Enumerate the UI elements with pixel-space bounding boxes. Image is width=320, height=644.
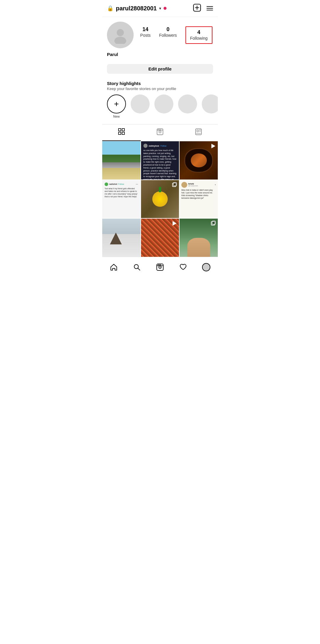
posts-label: Posts (140, 33, 151, 38)
post-5-multi-badge (172, 182, 177, 188)
svg-rect-5 (119, 129, 121, 131)
new-highlight-circle: + (107, 94, 126, 113)
edit-profile-button[interactable]: Edit profile (107, 64, 213, 74)
svg-point-4 (114, 37, 126, 44)
content-tabs (102, 124, 218, 141)
following-count: 4 (190, 29, 208, 36)
post-6-header: hrishi @ruudyroon ▾ (181, 182, 216, 188)
post-2-avatar (143, 144, 148, 148)
followers-count: 0 (159, 26, 177, 33)
post-1[interactable] (102, 141, 140, 180)
tab-reels[interactable] (141, 124, 179, 141)
menu-button[interactable] (207, 6, 213, 10)
tab-tagged[interactable] (179, 124, 218, 141)
add-post-button[interactable] (193, 4, 201, 13)
svg-point-17 (197, 130, 199, 132)
followers-label: Followers (159, 33, 177, 38)
svg-rect-16 (196, 129, 201, 135)
nav-profile[interactable] (200, 261, 213, 274)
svg-line-28 (138, 268, 140, 270)
post-4-username: radishnt (109, 183, 117, 185)
post-6-avatar (181, 182, 187, 188)
following-stat[interactable]: 4 Following (185, 26, 212, 44)
highlight-2[interactable] (154, 94, 173, 113)
svg-rect-8 (122, 132, 124, 134)
post-3-reel-badge (210, 143, 216, 150)
post-3[interactable] (180, 141, 218, 180)
highlights-subtitle: Keep your favorite stories on your profi… (107, 86, 213, 91)
posts-stat[interactable]: 14 Posts (140, 26, 151, 44)
post-4-follow: Follow (118, 183, 124, 185)
post-2-content: no one tells you how much of life takes … (143, 149, 177, 180)
post-6-username: hrishi (188, 183, 198, 185)
post-9[interactable] (180, 219, 218, 257)
following-label: Following (190, 36, 208, 41)
svg-point-3 (117, 29, 124, 36)
svg-marker-24 (173, 221, 177, 226)
highlight-4[interactable] (202, 94, 218, 113)
notification-dot (164, 7, 167, 10)
profile-display-name: Parul (107, 52, 213, 57)
video-reels-icon (156, 263, 164, 271)
post-4-content: "but what if my friend gets offended and… (105, 187, 138, 198)
highlights-row: + New (107, 94, 213, 118)
followers-stat[interactable]: 0 Followers (159, 26, 177, 44)
post-4-header: radishnt Follow ••• (105, 182, 138, 186)
post-2-header: owlmylove Follow (143, 144, 177, 148)
highlights-title: Story highlights (107, 81, 213, 86)
post-8-reel-badge (171, 220, 177, 228)
post-5[interactable] (141, 180, 179, 218)
profile-stats: 14 Posts 0 Followers 4 Following (140, 26, 213, 44)
grid-icon (118, 128, 125, 137)
chevron-down-icon[interactable]: ▾ (159, 6, 161, 11)
svg-rect-6 (122, 129, 124, 131)
svg-point-31 (160, 267, 161, 268)
highlights-section: Story highlights Keep your favorite stor… (102, 77, 218, 122)
post-8[interactable] (141, 219, 179, 257)
highlight-circle-4 (202, 94, 218, 113)
post-2-username: owlmylove (149, 145, 159, 147)
header-right (193, 4, 213, 13)
post-4[interactable]: radishnt Follow ••• "but what if my frie… (102, 180, 140, 218)
profile-section: 14 Posts 0 Followers 4 Following Parul (102, 17, 218, 60)
svg-marker-21 (211, 144, 215, 148)
home-icon (110, 263, 118, 271)
svg-point-11 (160, 132, 161, 132)
profile-top: 14 Posts 0 Followers 4 Following (107, 22, 213, 48)
post-2[interactable]: owlmylove Follow no one tells you how mu… (141, 141, 179, 180)
tab-grid[interactable] (102, 124, 141, 141)
search-icon (133, 263, 141, 271)
post-9-multi-badge (211, 220, 216, 227)
new-highlight-button[interactable]: + New (107, 94, 126, 118)
reels-icon (156, 128, 164, 137)
highlight-circle-3 (178, 94, 197, 113)
post-7[interactable] (102, 219, 140, 257)
highlight-circle-1 (131, 94, 150, 113)
svg-rect-23 (173, 182, 177, 186)
highlight-circle-2 (154, 94, 173, 113)
posts-grid: owlmylove Follow no one tells you how mu… (102, 141, 218, 257)
nav-likes[interactable] (177, 261, 190, 274)
profile-nav-circle (202, 263, 210, 271)
nav-search[interactable] (130, 261, 143, 274)
heart-icon (179, 263, 187, 271)
username-display[interactable]: parul28082001 (116, 5, 157, 12)
svg-rect-7 (119, 132, 121, 134)
post-6-chevron: ▾ (215, 184, 216, 186)
highlight-3[interactable] (178, 94, 197, 113)
post-2-follow: Follow (160, 145, 166, 147)
nav-home[interactable] (107, 261, 120, 274)
highlight-1[interactable] (131, 94, 150, 113)
plus-icon: + (114, 100, 119, 108)
bottom-navigation (102, 257, 218, 281)
avatar[interactable] (107, 22, 134, 48)
post-6-content: Miss Holi in India & I didn't even play … (181, 189, 216, 199)
lock-icon: 🔒 (107, 5, 113, 12)
nav-reels[interactable] (153, 261, 167, 274)
svg-rect-26 (212, 221, 215, 224)
tagged-icon (195, 128, 202, 137)
posts-count: 14 (140, 26, 151, 33)
header-left: 🔒 parul28082001 ▾ (107, 5, 167, 12)
post-6[interactable]: hrishi @ruudyroon ▾ Miss Holi in India &… (180, 180, 218, 218)
post-6-handle: @ruudyroon (188, 185, 198, 187)
